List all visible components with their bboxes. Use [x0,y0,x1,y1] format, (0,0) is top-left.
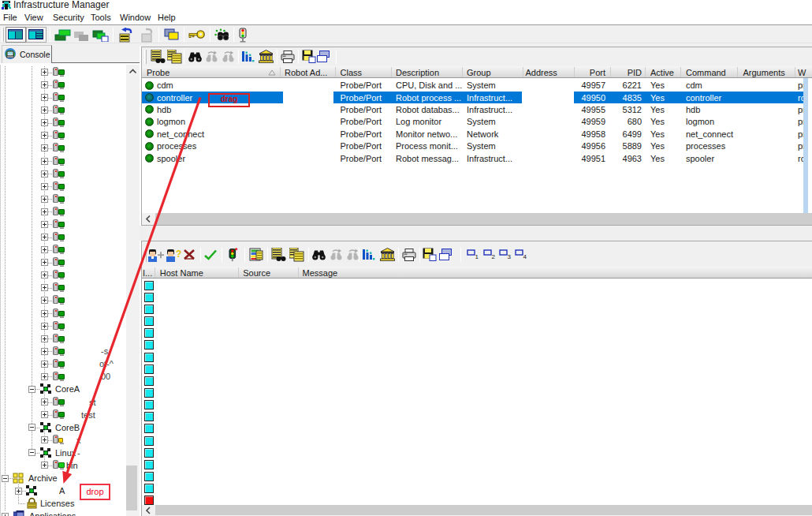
svg-text:?: ? [176,249,181,260]
svg-text:*: * [235,248,238,254]
svg-text:1: 1 [475,253,479,260]
svg-text:3: 3 [507,253,511,260]
svg-text:4: 4 [523,253,527,260]
svg-text:2: 2 [491,253,495,260]
